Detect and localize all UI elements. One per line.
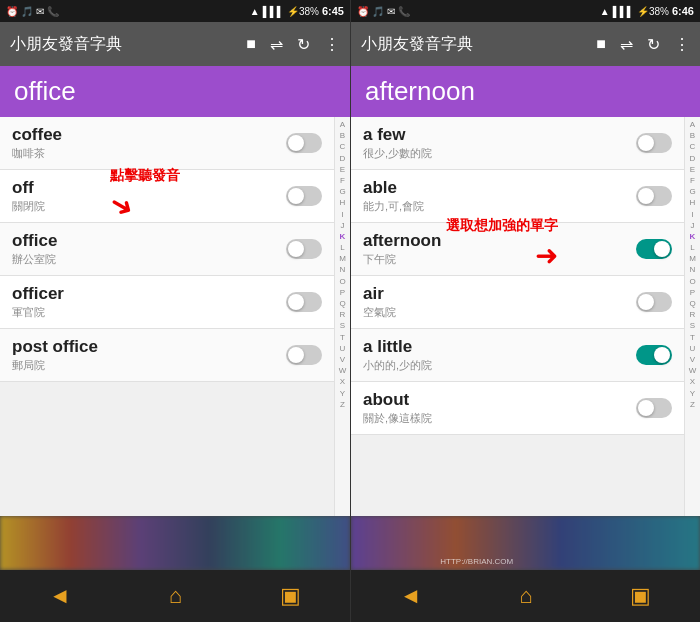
alpha-E[interactable]: E <box>335 164 350 175</box>
alpha-O-r[interactable]: O <box>685 276 700 287</box>
alpha-V-r[interactable]: V <box>685 354 700 365</box>
music-icon: 🎵 <box>21 6 33 17</box>
alpha-A[interactable]: A <box>335 119 350 130</box>
home-nav-left[interactable]: ⌂ <box>169 583 182 609</box>
alpha-Y-r[interactable]: Y <box>685 388 700 399</box>
shuffle-icon-left[interactable]: ⇌ <box>270 35 283 54</box>
alpha-O[interactable]: O <box>335 276 350 287</box>
alpha-B-r[interactable]: B <box>685 130 700 141</box>
alpha-W-r[interactable]: W <box>685 365 700 376</box>
alpha-J-r[interactable]: J <box>685 220 700 231</box>
list-item[interactable]: post office 郵局院 <box>0 329 334 382</box>
alphabet-sidebar-right[interactable]: A B C D E F G H I J K L M N O P Q R S T … <box>684 117 700 516</box>
more-icon-right[interactable]: ⋮ <box>674 35 690 54</box>
list-item[interactable]: officer 軍官院 <box>0 276 334 329</box>
toggle-switch[interactable] <box>286 345 322 365</box>
alpha-L[interactable]: L <box>335 242 350 253</box>
alpha-C[interactable]: C <box>335 141 350 152</box>
list-item[interactable]: afternoon 下午院 <box>351 223 684 276</box>
alpha-A-r[interactable]: A <box>685 119 700 130</box>
alpha-B[interactable]: B <box>335 130 350 141</box>
alpha-Y[interactable]: Y <box>335 388 350 399</box>
alpha-H-r[interactable]: H <box>685 197 700 208</box>
alpha-G-r[interactable]: G <box>685 186 700 197</box>
alpha-F-r[interactable]: F <box>685 175 700 186</box>
alpha-T[interactable]: T <box>335 332 350 343</box>
recents-nav-left[interactable]: ▣ <box>280 583 301 609</box>
alpha-C-r[interactable]: C <box>685 141 700 152</box>
alpha-F[interactable]: F <box>335 175 350 186</box>
list-item[interactable]: air 空氣院 <box>351 276 684 329</box>
content-area-right: 選取想加強的單字 ➜ a few 很少,少數的院 able 能力,可,會院 <box>351 117 700 516</box>
alpha-Z[interactable]: Z <box>335 399 350 410</box>
toggle-switch[interactable] <box>286 239 322 259</box>
content-area-left: 點擊聽發音 ➜ coffee 咖啡茶 off 關閉院 <box>0 117 350 516</box>
alpha-P-r[interactable]: P <box>685 287 700 298</box>
alpha-L-r[interactable]: L <box>685 242 700 253</box>
alpha-K-r[interactable]: K <box>685 231 700 242</box>
status-bar-left: ⏰ 🎵 ✉ 📞 ▲ ▌▌▌ ⚡38% 6:45 <box>0 0 350 22</box>
list-item[interactable]: coffee 咖啡茶 <box>0 117 334 170</box>
alpha-D-r[interactable]: D <box>685 153 700 164</box>
alpha-N-r[interactable]: N <box>685 264 700 275</box>
alpha-N[interactable]: N <box>335 264 350 275</box>
list-item[interactable]: a little 小的的,少的院 <box>351 329 684 382</box>
alpha-Q[interactable]: Q <box>335 298 350 309</box>
alpha-G[interactable]: G <box>335 186 350 197</box>
recents-nav-right[interactable]: ▣ <box>630 583 651 609</box>
alpha-X-r[interactable]: X <box>685 376 700 387</box>
alpha-D[interactable]: D <box>335 153 350 164</box>
wifi-icon-r: ▲ <box>600 6 610 17</box>
alpha-Q-r[interactable]: Q <box>685 298 700 309</box>
alpha-R-r[interactable]: R <box>685 309 700 320</box>
word-english: a little <box>363 337 628 357</box>
back-nav-right[interactable]: ◄ <box>400 583 422 609</box>
list-item[interactable]: a few 很少,少數的院 <box>351 117 684 170</box>
list-item[interactable]: about 關於,像這樣院 <box>351 382 684 435</box>
stop-icon-right[interactable]: ■ <box>596 35 606 53</box>
alpha-W[interactable]: W <box>335 365 350 376</box>
toggle-switch[interactable] <box>286 186 322 206</box>
alpha-I-r[interactable]: I <box>685 209 700 220</box>
alpha-H[interactable]: H <box>335 197 350 208</box>
alpha-K[interactable]: K <box>335 231 350 242</box>
toggle-switch[interactable] <box>636 186 672 206</box>
word-chinese: 小的的,少的院 <box>363 358 628 373</box>
alpha-S-r[interactable]: S <box>685 320 700 331</box>
alphabet-sidebar-left[interactable]: A B C D E F G H I J K L M N O P Q R S T … <box>334 117 350 516</box>
more-icon-left[interactable]: ⋮ <box>324 35 340 54</box>
alpha-T-r[interactable]: T <box>685 332 700 343</box>
toggle-switch[interactable] <box>636 133 672 153</box>
alpha-M-r[interactable]: M <box>685 253 700 264</box>
toggle-switch[interactable] <box>286 292 322 312</box>
toggle-switch[interactable] <box>286 133 322 153</box>
alpha-X[interactable]: X <box>335 376 350 387</box>
toggle-switch-on[interactable] <box>636 239 672 259</box>
toggle-switch-on[interactable] <box>636 345 672 365</box>
list-item[interactable]: office 辦公室院 <box>0 223 334 276</box>
refresh-icon-right[interactable]: ↻ <box>647 35 660 54</box>
alpha-V[interactable]: V <box>335 354 350 365</box>
alpha-U-r[interactable]: U <box>685 343 700 354</box>
home-nav-right[interactable]: ⌂ <box>519 583 532 609</box>
alpha-E-r[interactable]: E <box>685 164 700 175</box>
stop-icon-left[interactable]: ■ <box>246 35 256 53</box>
word-chinese: 關閉院 <box>12 199 278 214</box>
toggle-switch[interactable] <box>636 398 672 418</box>
list-item[interactable]: able 能力,可,會院 <box>351 170 684 223</box>
shuffle-icon-right[interactable]: ⇌ <box>620 35 633 54</box>
bottom-banner-right: HTTP://BRIAN.COM <box>351 516 700 570</box>
alpha-S[interactable]: S <box>335 320 350 331</box>
alpha-U[interactable]: U <box>335 343 350 354</box>
refresh-icon-left[interactable]: ↻ <box>297 35 310 54</box>
alpha-Z-r[interactable]: Z <box>685 399 700 410</box>
list-item[interactable]: off 關閉院 <box>0 170 334 223</box>
alpha-I[interactable]: I <box>335 209 350 220</box>
alpha-M[interactable]: M <box>335 253 350 264</box>
alpha-J[interactable]: J <box>335 220 350 231</box>
toggle-switch[interactable] <box>636 292 672 312</box>
alpha-P[interactable]: P <box>335 287 350 298</box>
alpha-R[interactable]: R <box>335 309 350 320</box>
word-english: afternoon <box>363 231 628 251</box>
back-nav-left[interactable]: ◄ <box>49 583 71 609</box>
